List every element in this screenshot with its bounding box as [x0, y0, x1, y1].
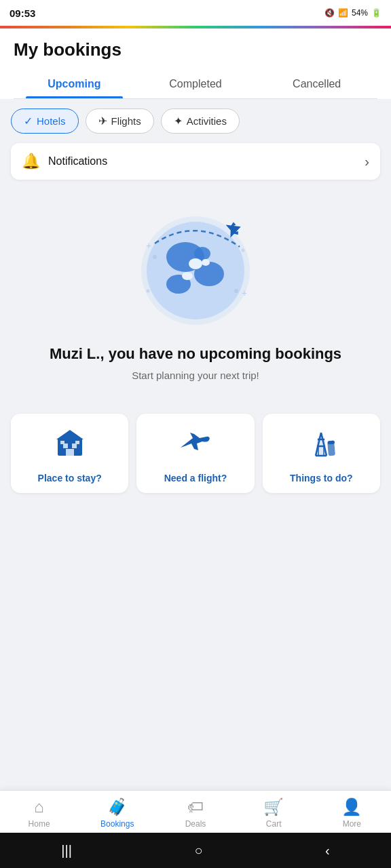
status-icons: 🔇 📶 54% 🔋 — [324, 8, 381, 18]
chip-hotels-label: Hotels — [37, 115, 66, 127]
signal-icon: 📶 — [338, 8, 348, 18]
nav-deals-label: Deals — [185, 819, 206, 829]
cart-icon: 🛒 — [263, 797, 284, 816]
things-to-do-label: Things to do? — [290, 473, 353, 484]
nav-cart-label: Cart — [266, 819, 282, 829]
tab-completed[interactable]: Completed — [135, 70, 257, 98]
svg-rect-34 — [328, 441, 335, 445]
place-to-stay-label: Place to stay? — [38, 473, 102, 484]
more-icon: 👤 — [341, 797, 362, 816]
activities-icon: ✦ — [174, 115, 183, 127]
bookings-icon: 🧳 — [107, 797, 128, 816]
battery-label: 54% — [352, 8, 368, 18]
tab-cancelled[interactable]: Cancelled — [256, 70, 377, 98]
svg-point-6 — [189, 258, 202, 269]
empty-subtitle: Start planning your next trip! — [132, 370, 259, 381]
globe-illustration: + + — [128, 196, 263, 332]
notifications-banner[interactable]: 🔔 Notifications › — [11, 143, 380, 180]
bell-icon: 🔔 — [22, 153, 40, 170]
tab-upcoming[interactable]: Upcoming — [14, 70, 135, 98]
empty-state: + + Muzi L., you have no upcoming bookin… — [0, 189, 391, 414]
place-to-stay-card[interactable]: Place to stay? — [11, 414, 128, 493]
svg-rect-21 — [72, 443, 77, 448]
home-button[interactable]: ○ — [194, 843, 202, 859]
chip-hotels[interactable]: ✓ Hotels — [11, 108, 79, 134]
system-nav: ||| ○ ‹ — [0, 833, 391, 868]
hotel-icon — [54, 426, 86, 465]
svg-point-12 — [153, 255, 157, 259]
nav-more[interactable]: 👤 More — [331, 797, 372, 829]
check-icon: ✓ — [24, 115, 33, 127]
empty-title: Muzi L., you have no upcoming bookings — [50, 345, 341, 363]
nav-bookings[interactable]: 🧳 Bookings — [97, 797, 138, 829]
page-title: My bookings — [14, 39, 377, 60]
filter-chips: ✓ Hotels ✈ Flights ✦ Activities — [0, 99, 391, 143]
arrow-icon: › — [365, 154, 369, 170]
svg-point-13 — [234, 289, 238, 293]
svg-text:+: + — [146, 240, 151, 251]
header: My bookings Upcoming Completed Cancelled — [0, 28, 391, 99]
nav-more-label: More — [343, 819, 361, 829]
svg-point-14 — [242, 249, 245, 252]
recent-apps-button[interactable]: ||| — [61, 843, 72, 859]
notifications-label: Notifications — [48, 155, 365, 167]
nav-cart[interactable]: 🛒 Cart — [253, 797, 294, 829]
svg-rect-23 — [60, 441, 64, 444]
need-flight-card[interactable]: Need a flight? — [136, 414, 254, 493]
flight-card-icon — [178, 426, 213, 465]
chip-activities-label: Activities — [187, 115, 227, 127]
nav-home-label: Home — [29, 819, 50, 829]
chip-flights-label: Flights — [111, 115, 141, 127]
nav-home[interactable]: ⌂ Home — [19, 797, 60, 829]
status-time: 09:53 — [10, 7, 35, 19]
tab-bar: Upcoming Completed Cancelled — [14, 70, 377, 99]
battery-icon: 🔋 — [371, 8, 381, 18]
activities-card-icon — [303, 426, 339, 465]
deals-icon: 🏷 — [187, 797, 204, 816]
svg-text:+: + — [242, 288, 247, 298]
status-bar: 09:53 🔇 📶 54% 🔋 — [0, 0, 391, 26]
svg-point-7 — [182, 272, 193, 280]
home-icon: ⌂ — [34, 797, 44, 816]
svg-marker-19 — [56, 430, 83, 439]
svg-rect-20 — [63, 443, 68, 448]
mute-icon: 🔇 — [324, 8, 335, 18]
svg-point-5 — [194, 247, 210, 260]
back-button[interactable]: ‹ — [325, 843, 330, 859]
action-cards: Place to stay? Need a flight? — [0, 414, 391, 493]
nav-deals[interactable]: 🏷 Deals — [175, 797, 216, 829]
bottom-nav: ⌂ Home 🧳 Bookings 🏷 Deals 🛒 Cart 👤 More — [0, 790, 391, 833]
plane-icon: ✈ — [98, 115, 107, 127]
chip-activities[interactable]: ✦ Activities — [161, 108, 240, 134]
svg-rect-24 — [75, 441, 79, 444]
things-to-do-card[interactable]: Things to do? — [263, 414, 380, 493]
need-flight-label: Need a flight? — [164, 473, 227, 484]
svg-point-8 — [202, 259, 210, 266]
svg-point-15 — [147, 290, 150, 293]
nav-bookings-label: Bookings — [100, 819, 134, 829]
chip-flights[interactable]: ✈ Flights — [86, 108, 154, 134]
svg-rect-22 — [66, 449, 74, 456]
